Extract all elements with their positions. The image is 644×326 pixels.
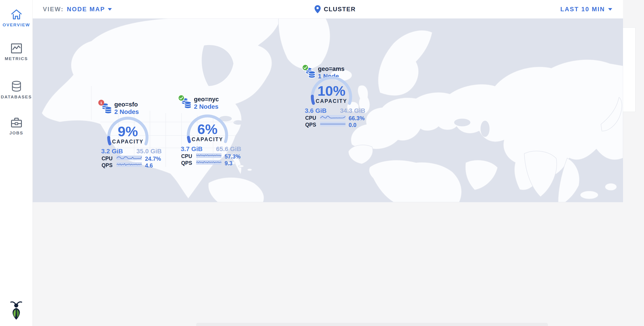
gauge-total-value: 35.0 GiB: [136, 148, 161, 155]
sidebar-item-label: OVERVIEW: [0, 22, 33, 27]
gauge-capacity-label: CAPACITY: [103, 139, 153, 145]
gauge-used-value: 3.6 GiB: [303, 107, 328, 114]
chevron-down-icon: [108, 8, 112, 10]
view-label: VIEW:: [43, 6, 64, 13]
locality-name: geo=sfo: [114, 101, 138, 108]
cpu-label: CPU: [178, 153, 192, 160]
qps-label: QPS: [178, 160, 192, 166]
check-icon: [304, 66, 307, 69]
sidebar-item-label: METRICS: [0, 56, 33, 61]
status-badge-error: 1: [98, 100, 104, 106]
time-range-dropdown[interactable]: LAST 10 MIN: [560, 0, 612, 18]
gauge-percent: 10%: [307, 84, 356, 98]
cockroachdb-logo: [9, 300, 24, 321]
cpu-sparkline: [320, 115, 346, 120]
metrics-icon: [11, 43, 22, 54]
sidebar-item-databases[interactable]: DATABASES: [0, 81, 33, 100]
home-icon: [11, 9, 22, 20]
qps-sparkline: [116, 162, 142, 167]
gauge-percent: 9%: [103, 124, 153, 139]
status-badge-healthy: [178, 95, 185, 101]
sidebar: OVERVIEW METRICS DATABASES JOBS: [0, 0, 33, 326]
gauge-capacity-label: CAPACITY: [183, 137, 232, 143]
gauge-percent: 6%: [183, 122, 232, 137]
cpu-value: 66.3%: [348, 115, 364, 122]
cpu-label: CPU: [98, 156, 112, 162]
cpu-label: CPU: [302, 115, 316, 121]
sidebar-item-label: DATABASES: [0, 95, 33, 100]
view-dropdown[interactable]: NODE MAP: [67, 6, 112, 13]
chevron-down-icon: [608, 8, 612, 10]
qps-sparkline: [196, 160, 222, 164]
sidebar-item-metrics[interactable]: METRICS: [0, 43, 33, 61]
qps-value: 4.6: [145, 162, 153, 169]
cpu-value: 24.7%: [145, 156, 161, 162]
cpu-sparkline: [196, 153, 222, 158]
world-map[interactable]: 1 geo=sfo 2 Nodes 9% CAPACITY 3.2 GiB 35…: [33, 18, 623, 202]
breadcrumb-cluster: CLUSTER: [324, 6, 356, 13]
qps-sparkline: [320, 122, 346, 126]
view-dropdown-value: NODE MAP: [67, 6, 105, 13]
cpu-value: 57.3%: [224, 153, 240, 160]
qps-label: QPS: [302, 122, 316, 128]
locality-name: geo=nyc: [194, 96, 219, 103]
location-pin-icon: [314, 5, 321, 13]
sidebar-item-jobs[interactable]: JOBS: [0, 117, 33, 136]
qps-value: 0.0: [348, 122, 356, 128]
gauge-total-value: 65.6 GiB: [216, 146, 241, 153]
node-map-panel: VIEW: NODE MAP CLUSTER LAST 10 MIN: [33, 0, 623, 202]
map-breadcrumb[interactable]: CLUSTER: [314, 0, 356, 18]
gauge-total-value: 34.3 GiB: [340, 107, 365, 114]
status-badge-healthy: [302, 64, 309, 71]
qps-value: 9.3: [224, 160, 232, 166]
sidebar-item-overview[interactable]: OVERVIEW: [0, 9, 33, 27]
time-range-value: LAST 10 MIN: [560, 6, 605, 13]
next-panel-peek: [196, 323, 548, 326]
sidebar-item-label: JOBS: [0, 131, 33, 136]
locality-name: geo=ams: [318, 65, 344, 72]
gauge-used-value: 3.7 GiB: [179, 146, 204, 153]
gauge-used-value: 3.2 GiB: [100, 148, 124, 155]
main-content: CLUSTER OVERVIEW Capacity Usage 7.7% 0 G…: [33, 0, 644, 326]
check-icon: [180, 97, 183, 100]
gauge-capacity-label: CAPACITY: [307, 98, 356, 104]
databases-icon: [11, 81, 22, 92]
locality-node-count: 2 Nodes: [194, 103, 218, 110]
jobs-icon: [10, 117, 22, 128]
map-toolbar: VIEW: NODE MAP CLUSTER LAST 10 MIN: [33, 0, 623, 18]
cpu-sparkline: [116, 156, 142, 160]
qps-label: QPS: [98, 162, 112, 168]
